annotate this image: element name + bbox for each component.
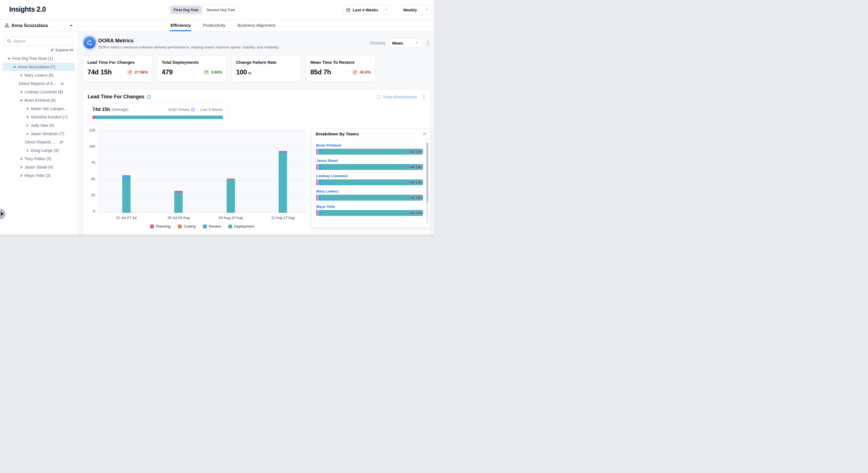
tree-item[interactable]: Sireesha Kunduri (7) — [0, 113, 75, 121]
breakdown-segment-planning — [316, 179, 318, 185]
x-axis-tick-label: 28 Jul-03 Aug — [155, 216, 202, 220]
metric-trend-badge: 40.8% — [351, 69, 371, 76]
breakdown-segment-review — [318, 195, 321, 201]
breakdown-team-link[interactable]: Maya Yette — [316, 204, 423, 209]
breakdown-scrollbar[interactable] — [426, 143, 428, 224]
tab-productivity[interactable]: Productivity — [203, 20, 225, 31]
granularity-select[interactable]: Weekly — [400, 5, 432, 15]
metric-card-value: 74d 15h — [87, 68, 112, 76]
info-icon[interactable] — [191, 108, 195, 112]
lead-time-kebab-menu[interactable] — [422, 94, 427, 100]
filter-sliders-icon[interactable] — [60, 82, 64, 86]
chevron-right-icon[interactable] — [25, 123, 30, 127]
chevron-down-icon[interactable] — [12, 65, 17, 69]
chevron-right-icon[interactable] — [19, 173, 23, 178]
summary-stacked-bar — [92, 116, 223, 119]
tree-item-label: Mary Lowery (6) — [25, 73, 54, 78]
bar-segment-deployment — [122, 179, 130, 213]
showing-label: Showing — [370, 41, 385, 45]
chart-bar[interactable] — [174, 191, 183, 213]
breakdown-team-link[interactable]: Brian Kirkland — [316, 143, 423, 147]
breakdown-segment-review — [318, 179, 321, 185]
chart-bar[interactable] — [227, 179, 235, 213]
date-range-select[interactable]: Last 4 Weeks — [343, 5, 392, 15]
y-axis-tick-label: 100 — [89, 144, 95, 148]
tab-efficiency[interactable]: Efficiency — [170, 20, 191, 31]
metric-card-value: 100 — [236, 68, 247, 76]
trend-percent: 40.8% — [360, 70, 371, 75]
search-input[interactable] — [13, 39, 71, 43]
toggle-second-org-tree[interactable]: Second Org Tree — [203, 6, 239, 14]
expand-diagonal-icon — [51, 48, 54, 52]
tree-item[interactable]: Tony Pallas (5) — [0, 155, 75, 163]
chevron-right-icon[interactable] — [25, 131, 30, 136]
legend-label: Coding — [184, 224, 196, 229]
dora-section-title: DORA Metrics — [98, 38, 134, 44]
toggle-first-org-tree[interactable]: First Org Tree — [170, 6, 202, 14]
breakdown-header: Breakdown By Teams — [312, 129, 430, 139]
tree-item[interactable]: Direct Reports ... — [0, 138, 75, 146]
view-breakdown-button[interactable]: View Breakdown — [376, 94, 417, 99]
metric-card-value-row: 4793.68% — [162, 68, 222, 76]
tree-item[interactable]: Anna Scozzafava (7) — [3, 63, 75, 71]
chart-bar[interactable] — [122, 175, 130, 213]
breakdown-row: Brian Kirkland74d 15h — [316, 143, 423, 155]
tree-item[interactable]: Mary Lowery (6) — [0, 71, 75, 79]
trend-arrow-icon — [351, 69, 358, 76]
tab-business-alignment[interactable]: Business Alignment — [238, 20, 275, 31]
info-icon[interactable] — [147, 95, 151, 99]
y-axis-tick-label: 25 — [91, 193, 95, 197]
close-icon[interactable] — [422, 132, 427, 136]
org-tree: First Org Tree Root (1)Anna Scozzafava (… — [0, 54, 78, 180]
chevron-right-icon[interactable] — [19, 165, 23, 169]
metric-card-value-row: 85d 7h40.8% — [310, 68, 371, 76]
tree-item[interactable]: Direct Reports of A... — [0, 79, 75, 88]
breakdown-team-link[interactable]: Lindsay Liszewski — [316, 174, 423, 178]
tree-item[interactable]: Brian Kirkland (6) — [0, 96, 75, 105]
tree-item-label: Brian Kirkland (6) — [25, 98, 56, 102]
breakdown-row: Mary Lowery74d 15h — [316, 189, 423, 201]
y-axis-tick-label: 0 — [93, 209, 95, 213]
tree-item[interactable]: Maya Yette (3) — [0, 171, 75, 180]
chevron-right-icon[interactable] — [25, 107, 30, 111]
legend-swatch — [203, 225, 207, 229]
tree-item[interactable]: First Org Tree Root (1) — [0, 54, 75, 63]
metric-card-title: Total Deployments — [162, 60, 222, 65]
metric-trend-badge: 27.56% — [127, 69, 148, 76]
bar-segment-deployment — [227, 180, 235, 213]
chevron-right-icon[interactable] — [25, 115, 30, 119]
chevron-down-icon[interactable] — [19, 98, 23, 102]
expand-all-button[interactable]: Expand All — [0, 48, 73, 52]
chart-bar[interactable] — [279, 151, 287, 213]
filter-sliders-icon[interactable] — [59, 140, 63, 144]
scrollbar-thumb[interactable] — [426, 143, 428, 203]
sidebar-search — [4, 37, 74, 46]
summary-period: Last 4 Weeks — [198, 108, 223, 112]
tree-item-label: Maya Yette (3) — [25, 173, 51, 178]
tree-item[interactable]: Judy Saw (4) — [0, 121, 75, 129]
search-icon — [7, 39, 11, 43]
trend-percent: 3.68% — [211, 70, 222, 75]
breakdown-team-link[interactable]: Jason Stead — [316, 158, 423, 163]
breakdown-panel: Breakdown By Teams Brian Kirkland74d 15h… — [311, 128, 431, 228]
tree-item[interactable]: Doug Lange (3) — [0, 146, 75, 155]
breakdown-title: Breakdown By Teams — [316, 131, 422, 136]
breakdown-row: Jason Stead74d 15h — [316, 158, 423, 170]
collapse-chevron-up-icon[interactable] — [69, 23, 73, 28]
breakdown-team-link[interactable]: Mary Lowery — [316, 189, 423, 193]
tree-item-label: Jason Simpson (7) — [31, 131, 64, 136]
granularity-value: Weekly — [403, 8, 423, 12]
chevron-right-icon[interactable] — [19, 73, 23, 78]
chevron-right-icon[interactable] — [19, 90, 23, 94]
chevron-right-icon[interactable] — [19, 156, 23, 161]
tree-item[interactable]: Jason Stead (4) — [0, 163, 75, 171]
tree-item-label: Direct Reports of A... — [19, 81, 56, 86]
tree-item[interactable]: Lindsay Liszewski (8) — [0, 88, 75, 96]
aggregation-select[interactable]: Mean — [389, 38, 422, 48]
tree-item[interactable]: Aaron Van Langen... — [0, 105, 75, 113]
tree-item[interactable]: Jason Simpson (7) — [0, 129, 75, 138]
dora-kebab-menu[interactable] — [426, 40, 431, 46]
chevron-down-icon[interactable] — [7, 56, 11, 61]
breakdown-row: Lindsay Liszewski74d 15h — [316, 174, 423, 185]
chevron-right-icon[interactable] — [25, 148, 30, 153]
